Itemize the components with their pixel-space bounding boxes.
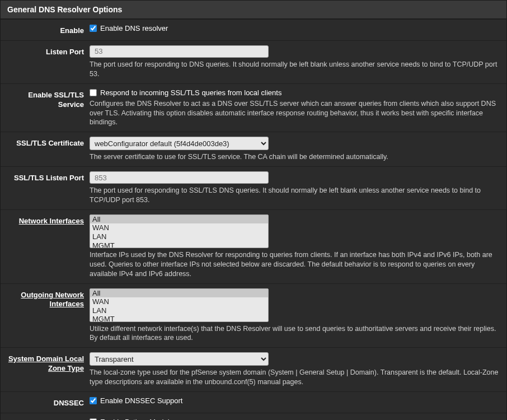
label-enable: Enable bbox=[1, 24, 90, 36]
outgoing-interfaces-help: Utilize different network interface(s) t… bbox=[90, 324, 500, 343]
ssl-cert-select[interactable]: webConfigurator default (5f4d4de003de3) bbox=[90, 137, 269, 150]
dns-resolver-panel: General DNS Resolver Options Enable Enab… bbox=[0, 0, 507, 420]
row-ssl-cert: SSL/TLS Certificate webConfigurator defa… bbox=[1, 132, 506, 166]
row-network-interfaces: Network Interfaces All WAN LAN MGMT IPTV… bbox=[1, 209, 506, 283]
zone-type-select[interactable]: Transparent bbox=[90, 352, 269, 366]
ssl-service-checkbox[interactable] bbox=[90, 89, 97, 96]
python-checkbox-wrapper[interactable]: Enable Python Module bbox=[90, 418, 500, 420]
outgoing-interfaces-select[interactable]: All WAN LAN MGMT IPTV_WAN bbox=[90, 288, 269, 322]
label-listen-port: Listen Port bbox=[1, 45, 90, 79]
row-outgoing-interfaces: Outgoing Network Interfaces All WAN LAN … bbox=[1, 283, 506, 348]
dnssec-checkbox-label: Enable DNSSEC Support bbox=[100, 396, 182, 405]
label-dnssec: DNSSEC bbox=[1, 396, 90, 408]
enable-checkbox[interactable] bbox=[90, 25, 97, 32]
row-python: Python Module Enable Python Module Enabl… bbox=[1, 413, 506, 420]
panel-title: General DNS Resolver Options bbox=[1, 1, 506, 19]
dnssec-checkbox[interactable] bbox=[90, 397, 97, 404]
listen-port-help: The port used for responding to DNS quer… bbox=[90, 60, 500, 79]
label-network-interfaces[interactable]: Network Interfaces bbox=[1, 214, 90, 279]
row-listen-port: Listen Port The port used for responding… bbox=[1, 40, 506, 83]
ssl-listen-port-help: The port used for responding to SSL/TLS … bbox=[90, 186, 500, 205]
enable-checkbox-label: Enable DNS resolver bbox=[100, 24, 168, 32]
row-ssl-listen-port: SSL/TLS Listen Port The port used for re… bbox=[1, 166, 506, 209]
row-zone-type: System Domain Local Zone Type Transparen… bbox=[1, 347, 506, 391]
python-checkbox-label: Enable Python Module bbox=[100, 418, 173, 420]
ssl-cert-help: The server certificate to use for SSL/TL… bbox=[90, 152, 500, 162]
zone-type-help: The local-zone type used for the pfSense… bbox=[90, 368, 500, 387]
dnssec-checkbox-wrapper[interactable]: Enable DNSSEC Support bbox=[90, 396, 500, 405]
ssl-listen-port-input[interactable] bbox=[90, 171, 269, 184]
ssl-service-checkbox-label: Respond to incoming SSL/TLS queries from… bbox=[100, 88, 281, 97]
enable-checkbox-wrapper[interactable]: Enable DNS resolver bbox=[90, 24, 500, 32]
label-ssl-cert: SSL/TLS Certificate bbox=[1, 137, 90, 162]
row-enable: Enable Enable DNS resolver bbox=[1, 19, 506, 40]
network-interfaces-select[interactable]: All WAN LAN MGMT IPTV_WAN bbox=[90, 214, 269, 248]
network-interfaces-help: Interface IPs used by the DNS Resolver f… bbox=[90, 250, 500, 279]
ssl-service-help: Configures the DNS Resolver to act as a … bbox=[90, 99, 500, 128]
ssl-service-checkbox-wrapper[interactable]: Respond to incoming SSL/TLS queries from… bbox=[90, 88, 500, 97]
label-zone-type[interactable]: System Domain Local Zone Type bbox=[1, 352, 90, 387]
label-ssl-listen-port: SSL/TLS Listen Port bbox=[1, 171, 90, 205]
row-dnssec: DNSSEC Enable DNSSEC Support bbox=[1, 391, 506, 413]
label-ssl-service: Enable SSL/TLS Service bbox=[1, 88, 90, 128]
listen-port-input[interactable] bbox=[90, 45, 269, 58]
row-ssl-service: Enable SSL/TLS Service Respond to incomi… bbox=[1, 83, 506, 132]
label-outgoing-interfaces[interactable]: Outgoing Network Interfaces bbox=[1, 288, 90, 343]
label-python: Python Module bbox=[1, 418, 90, 420]
